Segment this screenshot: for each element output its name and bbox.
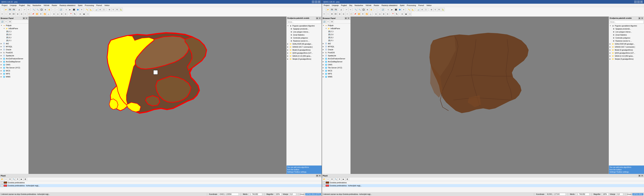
menu-rastertools-right[interactable]: Rasterju składalnici — [380, 4, 398, 7]
tb-digitize2-right[interactable]: ◼ — [404, 12, 408, 16]
tb-edit13-left[interactable]: △ — [47, 12, 50, 16]
proc-scripts-right[interactable]: ▶ 📁 Skripte (0 geoalgorithms) — [609, 57, 644, 61]
tb-digitize3-left[interactable]: ⬡ — [86, 12, 90, 16]
browser-panel-float-right[interactable]: ⊟ — [345, 17, 347, 19]
tb-identify-right[interactable]: ℹ — [386, 8, 390, 11]
tree-wms-left[interactable]: ▶ 🌐 WMS — [0, 75, 28, 78]
menu-rastertools-left[interactable]: Rasterju składalnici — [58, 4, 76, 7]
layer-check-kohezija-right[interactable]: ✓ — [323, 185, 325, 187]
processing-panel-close-left[interactable]: ✕ — [319, 17, 321, 19]
proc-model-right[interactable]: ▶ 📁 Model (0 geoalgorithms) — [609, 48, 644, 51]
map-canvas-left[interactable] — [28, 17, 286, 174]
tb-selectpoly-right[interactable]: 🔷 — [398, 8, 402, 11]
browser-refresh-left[interactable]: 🔄 — [0, 20, 4, 24]
tb-zoomextent-left[interactable]: 🔲 — [40, 8, 43, 11]
layers-manage-left[interactable]: ⚙ — [8, 177, 12, 181]
tb-gps1-left[interactable]: 📍 — [69, 12, 73, 16]
menu-layer-right[interactable]: Sloj — [348, 4, 353, 7]
menu-vector-left[interactable]: Vektor — [103, 4, 110, 7]
tb-refresh-left[interactable]: 🔄 — [59, 8, 63, 11]
browser-add-right[interactable]: + — [326, 20, 330, 24]
browser-refresh-right[interactable]: 🔄 — [322, 20, 326, 24]
tb-refresh-right[interactable]: 🔄 — [381, 8, 385, 11]
tb-edit6-left[interactable]: ⊟ — [20, 12, 23, 16]
layer-item-kohezija-right[interactable]: ✓ Gostota prebivalstva - kohezijski regi… — [322, 184, 644, 187]
browser-panel-float-left[interactable]: ⊟ — [23, 17, 25, 19]
tb-digitize1-left[interactable]: ⊕ — [78, 12, 82, 16]
tb-snap1-right[interactable]: ⊕ — [374, 12, 378, 16]
tree-wfs-left[interactable]: ▶ 🌐 WFS — [0, 72, 28, 75]
tb-selectrect-right[interactable]: ⬛ — [394, 8, 398, 11]
tb-snap2-right[interactable]: ◎ — [378, 12, 382, 16]
layers-panel-close-left[interactable]: ✕ — [319, 175, 321, 177]
tb-undo-left[interactable]: ↩ — [23, 8, 26, 11]
tb-calculator-left[interactable]: Σ — [102, 8, 106, 11]
tb-edit4-left[interactable]: ⌦ — [12, 12, 16, 16]
proc-model-left[interactable]: ▶ 📁 Model (0 geoalgorithms) — [287, 48, 321, 51]
tb-snap2-left[interactable]: ◎ — [56, 12, 60, 16]
scale-box-left[interactable]: 1 : 746.892 — [249, 193, 262, 196]
tree-spatialite-left[interactable]: ▶ 🗄 SpatiaLite — [0, 54, 28, 57]
tb-label-left[interactable]: A — [98, 8, 102, 11]
tb-deselect-left[interactable]: ✕ — [80, 8, 84, 11]
tb-addraster-left[interactable]: R — [115, 8, 119, 11]
tb-identify-left[interactable]: ℹ — [64, 8, 68, 11]
layer-check-gostota-left[interactable]: ✓ — [1, 182, 3, 184]
tb-edit7-left[interactable]: ✂ — [24, 12, 27, 16]
tb-print-right[interactable]: 🖨 — [339, 8, 343, 11]
layers-collapse-left[interactable]: ▶ — [20, 177, 23, 181]
tb-python-right[interactable]: 🐍 — [441, 8, 445, 11]
tb-pan-right[interactable]: ✋ — [369, 8, 373, 11]
tree-dk2-right[interactable]: ▶ 🗄 dk2 — [322, 42, 350, 45]
tb-edit5-left[interactable]: ⊞ — [16, 12, 20, 16]
menu-layer-left[interactable]: Sloj — [26, 4, 31, 7]
tree-c-right[interactable]: 💾 C:/ — [322, 30, 350, 33]
proc-gdal-left[interactable]: ▶ 📁 GDAL/OGR [46 geoalgor... — [287, 42, 321, 45]
proc-grass-left[interactable]: ▶ 📁 GRASS GIS 7 commands [ — [287, 45, 321, 48]
tree-d-right[interactable]: 💾 D:/ — [322, 33, 350, 36]
tree-c-left[interactable]: 💾 C:/ — [0, 30, 28, 33]
layer-check-kohezija-left[interactable]: ✓ — [1, 185, 3, 187]
tb-gps2-left[interactable]: 🛰 — [73, 12, 76, 16]
tb-zoomnext-right[interactable]: → — [377, 8, 381, 11]
proc-grass-right[interactable]: ▶ 📁 GRASS GIS 7 commands [ — [609, 45, 644, 48]
tree-f-right[interactable]: 💾 F:/ — [322, 39, 350, 42]
menu-vector-right[interactable]: Vektor — [425, 4, 432, 7]
tb-zoomout-right[interactable]: 🔍 — [358, 8, 362, 11]
tb-zoomselection-left[interactable]: ⊞ — [44, 8, 47, 11]
layers-open-left[interactable]: 📂 — [0, 177, 4, 181]
map-canvas-right[interactable] — [350, 17, 609, 174]
rotation-box-right[interactable]: 0,0 — [616, 193, 623, 196]
tb-selectpoly-left[interactable]: 🔷 — [76, 8, 80, 11]
layers-expand-left[interactable]: ▼ — [16, 177, 20, 181]
layers-panel-float-left[interactable]: ⊟ — [316, 175, 318, 177]
menu-help-right[interactable]: Pomoč — [417, 4, 425, 7]
tb-layerprops-left[interactable]: ⚙ — [108, 8, 111, 11]
menu-web-right[interactable]: Spleti — [399, 4, 406, 7]
tb-edit2-left[interactable]: + — [4, 12, 8, 16]
tb-zoomextent-right[interactable]: 🔲 — [362, 8, 365, 11]
menu-settings-right[interactable]: Nastavitve — [354, 4, 364, 7]
tb-zoomin-right[interactable]: 🔍 — [354, 8, 358, 11]
tb-edit1-left[interactable]: ✏ — [0, 12, 4, 16]
tb-select-left[interactable]: ▶ — [68, 8, 72, 11]
close-btn-right[interactable]: ✕ — [640, 1, 643, 3]
minimize-btn-right[interactable]: ─ — [634, 1, 636, 3]
tb-edit8-left[interactable]: 📋 — [28, 12, 31, 16]
processing-panel-float-right[interactable]: ⊟ — [638, 17, 641, 19]
proc-rasterize-right[interactable]: ⚙ Rasterize (vector to ... — [609, 39, 644, 42]
tb-addvector-right[interactable]: V — [433, 8, 437, 11]
proc-gdal-right[interactable]: ▶ 📁 GDAL/OGR [46 geoalgor... — [609, 42, 644, 45]
layers-filter-right[interactable]: 🔍 — [334, 177, 338, 181]
tb-edit8-right[interactable]: 📋 — [350, 12, 353, 16]
tree-mysql-right[interactable]: ▶ 🗄 MYSQL — [322, 45, 350, 48]
tree-tilexyz-left[interactable]: ▶ 🌐 Tile Server (XYZ) — [0, 66, 28, 69]
tb-measurearea-right[interactable]: 📐 — [411, 8, 415, 11]
tb-measure-right[interactable]: 📏 — [407, 8, 411, 11]
tb-measurearea-left[interactable]: 📐 — [89, 8, 93, 11]
tb-python-left[interactable]: 🐍 — [119, 8, 123, 11]
proc-saga-right[interactable]: ▶ 📁 SAGA (2.3.2) [353 geoa... — [609, 54, 644, 57]
tb-edit13-right[interactable]: △ — [369, 12, 372, 16]
tree-oracle-left[interactable]: ▶ 🗄 Oracle — [0, 48, 28, 51]
render-btn-right[interactable]: Prikaži — [627, 193, 631, 196]
